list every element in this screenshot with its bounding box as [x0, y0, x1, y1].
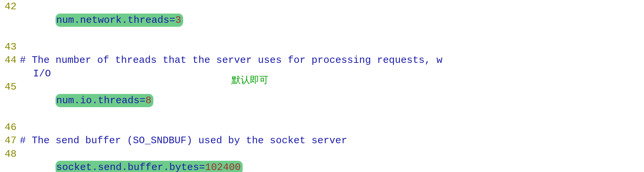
comment-text: # The send buffer (SO_SNDBUF) used by th… [20, 135, 347, 146]
equals-sign: = [140, 95, 145, 106]
property-key: num.network.threads [56, 15, 169, 26]
code-line[interactable]: 47 # The send buffer (SO_SNDBUF) used by… [0, 134, 644, 148]
property-key: num.io.threads [56, 95, 140, 106]
line-number: 48 [0, 148, 20, 161]
comment-text: I/O [33, 68, 51, 79]
property-key: socket.send.buffer.bytes [56, 162, 199, 172]
code-line[interactable]: 46 [0, 121, 644, 134]
line-number: 46 [0, 121, 20, 134]
annotation-label: 默认即可 [231, 74, 268, 86]
line-number: 42 [0, 0, 20, 14]
code-content[interactable]: num.network.threads=3 [20, 0, 644, 40]
line-number: 43 [0, 40, 20, 54]
highlighted-span: num.network.threads=3 [56, 14, 183, 27]
equals-sign: = [199, 162, 205, 172]
comment-text: # The number of threads that the server … [20, 55, 442, 66]
code-line[interactable]: 48 socket.send.buffer.bytes=102400 [0, 148, 644, 172]
code-line[interactable]: 43 [0, 40, 644, 54]
highlighted-span: num.io.threads=8 [56, 94, 153, 108]
code-line[interactable]: 42 num.network.threads=3 [0, 0, 644, 40]
code-content[interactable]: # The send buffer (SO_SNDBUF) used by th… [20, 134, 644, 148]
line-number: 45 [0, 80, 20, 94]
property-value: 8 [145, 95, 151, 106]
property-value: 102400 [205, 162, 241, 172]
code-line[interactable]: 45 num.io.threads=8 默认即可 [0, 80, 644, 121]
code-content[interactable]: I/O [20, 67, 644, 81]
line-number: 47 [0, 134, 20, 148]
code-content[interactable]: # The number of threads that the server … [20, 54, 644, 67]
equals-sign: = [169, 15, 175, 26]
code-content[interactable]: num.io.threads=8 [20, 80, 644, 121]
property-value: 3 [175, 15, 181, 26]
code-line-wrap[interactable]: I/O [0, 67, 644, 81]
line-number: 44 [0, 54, 20, 67]
code-content[interactable]: socket.send.buffer.bytes=102400 [20, 148, 644, 172]
code-line[interactable]: 44 # The number of threads that the serv… [0, 54, 644, 67]
code-editor[interactable]: 42 num.network.threads=3 43 44 # The num… [0, 0, 644, 172]
highlighted-span: socket.send.buffer.bytes=102400 [56, 161, 243, 172]
